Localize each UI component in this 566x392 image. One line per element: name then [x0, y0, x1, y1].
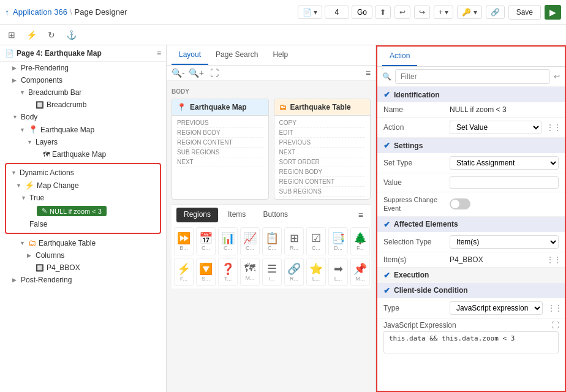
- menu-icon[interactable]: ≡: [157, 49, 161, 58]
- condition-menu-icon[interactable]: ⋮⋮: [548, 304, 560, 312]
- plus-btn[interactable]: + ▾: [434, 6, 453, 19]
- tree-item-layers[interactable]: ▼ Layers: [0, 136, 166, 148]
- zoom-out-icon[interactable]: 🔍-: [172, 68, 185, 78]
- tree-item-map-change[interactable]: ▼ ⚡ Map Change: [9, 179, 157, 192]
- redo-btn[interactable]: ↪: [414, 6, 430, 19]
- tab-layout[interactable]: Layout: [172, 45, 208, 65]
- tree-item-components[interactable]: ▶ Components: [0, 74, 166, 86]
- app-label[interactable]: Application 366: [13, 7, 67, 17]
- table-item-region-body[interactable]: REGION BODY: [279, 167, 366, 177]
- grid-icon-13[interactable]: 🗺M...: [240, 258, 260, 286]
- tree-item-body[interactable]: ▼ Body: [0, 111, 166, 123]
- value-input[interactable]: [450, 176, 559, 189]
- filter-extra-icon[interactable]: ↩: [554, 72, 560, 81]
- table-item-region-content[interactable]: REGION CONTENT: [279, 177, 366, 187]
- bottom-menu-icon[interactable]: ≡: [356, 208, 366, 222]
- grid-icon-8[interactable]: 📑D...: [328, 227, 348, 255]
- share-btn[interactable]: 🔗: [486, 6, 505, 19]
- upload-btn[interactable]: ⬆: [375, 6, 391, 19]
- tab-help[interactable]: Help: [265, 45, 295, 65]
- tree-item-false[interactable]: False: [9, 218, 157, 230]
- run-button[interactable]: ▶: [545, 5, 561, 20]
- tree-item-p4bbox[interactable]: 🔲 P4_BBOX: [0, 262, 166, 274]
- null-zoom-button[interactable]: ✎ NULL if zoom < 3: [37, 206, 107, 216]
- grid-icon-18[interactable]: 📌M...: [350, 258, 370, 286]
- set-type-select[interactable]: Static Assignment: [450, 156, 559, 170]
- tree-item-earthquake-table[interactable]: ▼ 🗂 Earthquake Table: [0, 236, 166, 249]
- tree-item-breadcrumb[interactable]: 🔲 Breadcrumb: [0, 99, 166, 111]
- tree-item-true[interactable]: ▼ True: [9, 192, 157, 204]
- js-expr-textarea[interactable]: this.data && this.data.zoom < 3: [383, 331, 559, 353]
- grid-icon-5[interactable]: 📋C...: [262, 227, 282, 255]
- go-button[interactable]: Go: [352, 6, 372, 19]
- grid-icon-6[interactable]: ⊞R...: [284, 227, 304, 255]
- key-btn[interactable]: 🔑 ▾: [457, 6, 481, 19]
- grid-icon-9[interactable]: 🌲F...: [350, 227, 370, 255]
- client-side-condition-header: ✔ Client-side Condition: [377, 283, 565, 298]
- expand-expr-icon[interactable]: ⛶: [551, 321, 559, 330]
- grid-icon-16[interactable]: ⭐L...: [306, 258, 326, 286]
- tab-action[interactable]: Action: [382, 47, 417, 66]
- map-item-sub-regions[interactable]: SUB REGIONS: [177, 148, 263, 157]
- undo-btn[interactable]: ↩: [394, 6, 410, 19]
- items-menu-icon[interactable]: ⋮⋮: [546, 255, 559, 264]
- tree-item-dynamic-actions[interactable]: ▼ Dynamic Actions: [9, 167, 157, 179]
- map-item-previous[interactable]: PREVIOUS: [177, 118, 263, 128]
- filter-input[interactable]: [395, 69, 550, 84]
- suppress-toggle[interactable]: [450, 198, 470, 209]
- page-number-input[interactable]: [325, 6, 349, 19]
- center-menu-icon[interactable]: ≡: [366, 68, 371, 78]
- map-item-region-content[interactable]: REGION CONTENT: [177, 138, 263, 148]
- selection-type-select[interactable]: Item(s): [450, 235, 559, 249]
- tree-item-columns[interactable]: ▶ Columns: [0, 249, 166, 262]
- tree-item-null-action[interactable]: ✎ NULL if zoom < 3: [9, 204, 157, 218]
- tree-item-earthquake-map-layer[interactable]: 🗺 Earthquake Map: [0, 148, 166, 160]
- tab-buttons[interactable]: Buttons: [255, 208, 295, 222]
- tree-item-breadcrumb-bar[interactable]: ▼ Breadcrumb Bar: [0, 86, 166, 99]
- map-item-region-body[interactable]: REGION BODY: [177, 128, 263, 138]
- grid-icon-12[interactable]: ❓T...: [218, 258, 238, 286]
- table-item-edit[interactable]: EDIT: [279, 128, 366, 138]
- tree-item-pre-rendering[interactable]: ▶ Pre-Rendering: [0, 62, 166, 74]
- map-card-icon: 📍: [177, 103, 186, 111]
- anchor-icon[interactable]: ⚓: [63, 28, 80, 42]
- grid-icon-7[interactable]: ☑C...: [306, 227, 326, 255]
- earthquake-map-region-label: Earthquake Map: [40, 126, 94, 134]
- action-select[interactable]: Set Value: [450, 121, 541, 134]
- grid-icon-14[interactable]: ☰I...: [262, 258, 282, 286]
- file-btn[interactable]: 📄 ▾: [298, 6, 322, 19]
- grid-icon-2[interactable]: 📅C...: [196, 227, 216, 255]
- grid-icon-1[interactable]: ⏩B...: [174, 227, 194, 255]
- zoom-in-icon[interactable]: 🔍+: [189, 68, 204, 78]
- table-item-sort-order[interactable]: SORT ORDER: [279, 157, 366, 167]
- execution-header[interactable]: ✔ Execution: [377, 268, 565, 283]
- earthquake-table-icon: 🗂: [28, 238, 36, 247]
- table-item-next[interactable]: NEXT: [279, 148, 366, 157]
- tab-regions[interactable]: Regions: [176, 208, 218, 222]
- bolt-icon[interactable]: ⚡: [23, 28, 40, 42]
- tab-page-search[interactable]: Page Search: [208, 45, 265, 65]
- table-item-sub-regions[interactable]: SUB REGIONS: [279, 187, 366, 197]
- action-menu-icon[interactable]: ⋮⋮: [546, 123, 559, 132]
- map-item-next[interactable]: NEXT: [177, 157, 263, 167]
- grid-icon-10[interactable]: ⚡F...: [174, 258, 194, 286]
- table-item-copy[interactable]: COPY: [279, 118, 366, 128]
- tab-items[interactable]: Items: [221, 208, 253, 222]
- condition-type-select[interactable]: JavaScript expression: [450, 301, 543, 315]
- prop-set-type: Set Type Static Assignment: [377, 153, 565, 173]
- grid-icon-4[interactable]: 📈C...: [240, 227, 260, 255]
- grid-icon-15[interactable]: 🔗R...: [284, 258, 304, 286]
- tree-item-post-rendering[interactable]: ▶ Post-Rendering: [0, 274, 166, 286]
- grid-icon-11[interactable]: 🔽S...: [196, 258, 216, 286]
- grid-icon-17[interactable]: ➡L...: [328, 258, 348, 286]
- filter-bar: 🔍 ↩: [377, 67, 565, 87]
- grid-icon[interactable]: ⊞: [5, 28, 18, 42]
- forward-icon: ⏩: [177, 232, 191, 244]
- refresh-icon[interactable]: ↻: [45, 28, 58, 42]
- save-button[interactable]: Save: [508, 5, 541, 20]
- grid-icon-3[interactable]: 📊C...: [218, 227, 238, 255]
- table-item-previous[interactable]: PREVIOUS: [279, 138, 366, 148]
- expand-icon[interactable]: ⛶: [210, 68, 219, 78]
- page-icon: 📄: [5, 49, 14, 58]
- tree-item-earthquake-map[interactable]: ▼ 📍 Earthquake Map: [0, 123, 166, 136]
